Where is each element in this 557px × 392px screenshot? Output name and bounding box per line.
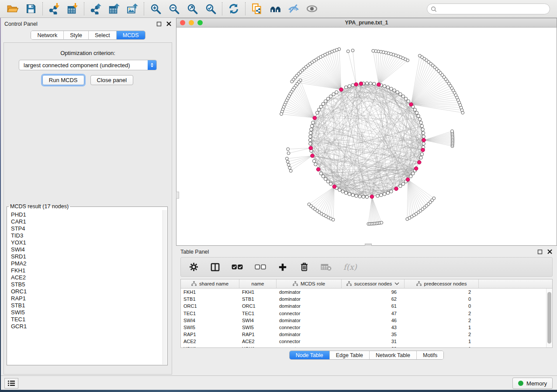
criterion-dropdown[interactable]: largest connected component (undirected)	[19, 60, 157, 70]
table-scrollbar[interactable]	[546, 289, 552, 347]
column-header-predecessor-nodes[interactable]: predecessor nodes	[405, 279, 479, 288]
column-header-successor-nodes[interactable]: successor nodes	[342, 279, 405, 288]
vertical-splitter-grip[interactable]	[176, 192, 179, 199]
tab-network[interactable]: Network	[31, 31, 64, 39]
result-scrollbar[interactable]	[163, 210, 167, 364]
tab-network-table[interactable]: Network Table	[370, 351, 417, 359]
control-panel-title: Control Panel	[4, 21, 156, 27]
close-table-panel-icon[interactable]	[547, 249, 553, 254]
zoom-out-icon[interactable]	[166, 2, 181, 15]
duplicate-network-icon[interactable]	[249, 2, 264, 15]
toolbar-separator	[144, 2, 144, 15]
table-scrollbar-thumb[interactable]	[547, 292, 551, 344]
table-cell: FKH1	[239, 289, 277, 295]
result-node-item[interactable]: STB1	[11, 302, 163, 309]
network-canvas[interactable]	[176, 28, 557, 245]
result-node-item[interactable]: TEC1	[11, 316, 163, 323]
close-panel-button[interactable]: Close panel	[90, 75, 134, 85]
result-node-item[interactable]: GCR1	[11, 323, 163, 330]
zoom-fit-icon[interactable]	[185, 2, 200, 15]
run-mcds-button[interactable]: Run MCDS	[42, 75, 84, 85]
column-header-shared-name[interactable]: shared name	[181, 279, 239, 288]
result-node-item[interactable]: CAR1	[11, 218, 163, 225]
close-panel-icon[interactable]	[166, 21, 172, 27]
result-node-item[interactable]: TID3	[11, 232, 163, 239]
table-row[interactable]: SWI4SWI4dominator462	[181, 317, 546, 324]
tab-mcds[interactable]: MCDS	[117, 31, 145, 39]
window-maximize-icon[interactable]	[197, 20, 203, 25]
table-row[interactable]: STB1STB1dominator620	[181, 296, 546, 303]
sort-chevron-icon	[394, 281, 399, 286]
result-node-item[interactable]: FKH1	[11, 267, 163, 274]
memory-button[interactable]: Memory	[512, 378, 553, 389]
result-node-item[interactable]: SWI4	[11, 246, 163, 253]
mcds-result-list[interactable]: PHD1CAR1STP4TID3YOX1SWI4SRD1PMA2FKH1ACE2…	[7, 210, 163, 364]
save-icon[interactable]	[24, 2, 38, 15]
select-all-icon[interactable]	[232, 263, 243, 271]
table-cell: 2	[405, 289, 479, 295]
zoom-in-icon[interactable]	[148, 2, 163, 15]
show-all-icon[interactable]	[304, 2, 319, 15]
result-node-item[interactable]: YOX1	[11, 239, 163, 246]
table-row[interactable]: TEC1TEC1connector472	[181, 310, 546, 317]
control-panel-tabs: NetworkStyleSelectMCDS	[31, 31, 145, 40]
column-header-MCDS-role[interactable]: MCDS role	[277, 279, 342, 288]
result-node-item[interactable]: ORC1	[11, 288, 163, 295]
first-neighbors-icon[interactable]	[268, 2, 283, 15]
tab-motifs[interactable]: Motifs	[417, 351, 443, 359]
table-cell: 61	[342, 303, 405, 309]
result-node-item[interactable]: SWI5	[11, 309, 163, 316]
import-network-icon[interactable]	[47, 2, 62, 15]
dropdown-stepper-icon	[148, 60, 156, 70]
export-image-icon[interactable]	[125, 2, 140, 15]
tab-edge-table[interactable]: Edge Table	[330, 351, 370, 359]
result-node-item[interactable]: STB5	[11, 281, 163, 288]
tab-select[interactable]: Select	[89, 31, 117, 39]
table-row[interactable]: ORC1ORC1dominator610	[181, 303, 546, 309]
result-node-item[interactable]: PHD1	[11, 211, 163, 218]
result-node-item[interactable]: ACE2	[11, 274, 163, 281]
tab-node-table[interactable]: Node Table	[290, 351, 330, 359]
result-node-item[interactable]: STP4	[11, 225, 163, 232]
table-row[interactable]: FKH1FKH1dominator962	[181, 289, 546, 296]
tree-icon	[416, 281, 422, 287]
main-toolbar	[0, 0, 557, 18]
gear-icon[interactable]	[189, 262, 198, 272]
column-header-name[interactable]: name	[239, 279, 277, 288]
hide-selected-icon[interactable]	[286, 2, 301, 15]
table-cell: 2	[405, 332, 479, 337]
open-icon[interactable]	[5, 2, 20, 15]
result-node-item[interactable]: PMA2	[11, 260, 163, 267]
table-row[interactable]: RAP1RAP1dominator352	[181, 331, 546, 338]
delete-row-icon[interactable]	[299, 262, 309, 272]
refresh-icon[interactable]	[226, 2, 241, 15]
network-window-titlebar[interactable]: YPA_prune.txt_1	[176, 18, 557, 28]
search-box[interactable]	[427, 3, 550, 14]
float-panel-icon[interactable]	[156, 21, 162, 27]
zoom-selected-icon[interactable]	[203, 2, 218, 15]
table-cell: TEC1	[181, 311, 239, 316]
columns-icon[interactable]	[210, 263, 220, 272]
result-node-item[interactable]: RAP1	[11, 295, 163, 302]
table-row[interactable]: ACE2ACE2connector311	[181, 338, 546, 345]
table-cell: STB1	[239, 296, 277, 302]
tab-style[interactable]: Style	[64, 31, 89, 39]
table-row[interactable]: YOX1YOX1connector291	[181, 345, 546, 348]
export-network-icon[interactable]	[88, 2, 103, 15]
table-row[interactable]: SWI5SWI5connector431	[181, 324, 546, 331]
table-cell: SWI4	[239, 318, 277, 323]
mcds-result-group: MCDS result (17 nodes) PHD1CAR1STP4TID3Y…	[7, 203, 168, 365]
float-table-panel-icon[interactable]	[537, 249, 543, 254]
cytopanel-list-button[interactable]	[4, 378, 18, 389]
export-table-icon[interactable]	[107, 2, 121, 15]
deselect-all-icon[interactable]	[255, 263, 266, 271]
import-table-icon[interactable]	[65, 2, 80, 15]
window-minimize-icon[interactable]	[189, 20, 194, 25]
table-cell: 35	[342, 332, 405, 337]
memory-status-icon	[518, 381, 523, 386]
column-label: name	[252, 281, 264, 286]
search-input[interactable]	[437, 6, 550, 12]
add-row-icon[interactable]	[278, 263, 287, 272]
window-close-icon[interactable]	[180, 20, 185, 25]
result-node-item[interactable]: SRD1	[11, 253, 163, 260]
